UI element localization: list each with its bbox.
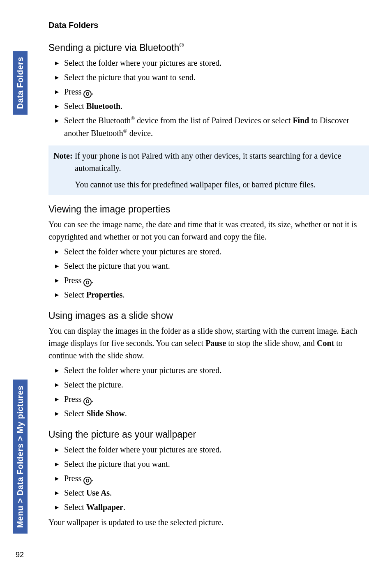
text: . [110, 488, 112, 497]
text: Select [64, 290, 86, 299]
page-content: Data Folders Sending a picture via Bluet… [48, 21, 369, 531]
list-item: Select Use As. [55, 487, 369, 499]
list-item: Select the folder where your pictures ar… [55, 364, 369, 377]
text: Select [64, 503, 86, 512]
text: . [92, 87, 94, 96]
bold: Properties [86, 290, 123, 299]
note-line: Note: If your phone is not Paired with a… [75, 150, 364, 174]
text: Select the Bluetooth [64, 116, 131, 125]
section3-intro: You can display the images in the folder… [48, 325, 369, 362]
text: Select the picture. [64, 380, 123, 389]
list-item: Select the folder where your pictures ar… [55, 245, 369, 258]
note-label: Note: [53, 151, 73, 160]
text: Select the picture that you want. [64, 459, 170, 468]
text: Press [64, 87, 83, 96]
text: Select the folder where your pictures ar… [64, 366, 221, 375]
text: device from the list of Paired Devices o… [135, 116, 293, 125]
bold: Find [293, 116, 309, 125]
text: to stop the slide show, and [226, 339, 317, 348]
text: If your phone is not Paired with any oth… [73, 151, 341, 173]
list-item: Press . [55, 472, 369, 485]
section-title-bluetooth: Sending a picture via Bluetooth® [48, 42, 369, 53]
center-key-icon [83, 397, 92, 406]
bold: Slide Show [86, 409, 125, 418]
section1-list: Select the folder where your pictures ar… [55, 57, 369, 140]
section4-outro: Your wallpaper is updated to use the sel… [48, 516, 369, 528]
list-item: Press . [55, 393, 369, 406]
list-item: Select the folder where your pictures ar… [55, 57, 369, 69]
text: Select the folder where your pictures ar… [64, 58, 221, 67]
text: Press [64, 394, 83, 404]
text: . [92, 276, 94, 285]
list-item: Select the picture that you want. [55, 260, 369, 272]
bold: Pause [205, 339, 226, 348]
text: Select [64, 409, 86, 418]
text: . [92, 474, 94, 483]
center-key-icon [83, 279, 92, 287]
registered-icon: ® [179, 42, 184, 48]
section-title-properties: Viewing the image properties [48, 204, 369, 215]
text: Press [64, 276, 83, 285]
list-item: Select the picture. [55, 378, 369, 391]
list-item: Select the folder where your pictures ar… [55, 443, 369, 456]
note-box: Note: If your phone is not Paired with a… [48, 145, 369, 195]
center-key-icon [83, 477, 92, 485]
text: Select the folder where your pictures ar… [64, 445, 221, 454]
text: Select [64, 488, 86, 497]
text: Press [64, 474, 83, 483]
section-title-slideshow: Using images as a slide show [48, 310, 369, 321]
text: . [92, 394, 94, 404]
bold: Cont [317, 339, 334, 348]
text: Select the picture that you want. [64, 261, 170, 270]
text: device. [127, 129, 153, 138]
bold: Wallpaper [86, 503, 123, 512]
list-item: Select Properties. [55, 288, 369, 301]
list-item: Select Bluetooth. [55, 100, 369, 113]
section1-title-pre: Sending a picture via Bluetooth [48, 42, 179, 53]
registered-icon: ® [123, 128, 127, 134]
list-item: Select the picture that you want. [55, 458, 369, 471]
section2-list: Select the folder where your pictures ar… [55, 245, 369, 301]
page-header: Data Folders [48, 21, 369, 30]
text: . [120, 101, 122, 111]
center-key-icon [83, 90, 92, 98]
text: Select [64, 101, 86, 111]
list-item: Select Slide Show. [55, 407, 369, 420]
bold: Bluetooth [86, 101, 120, 111]
registered-icon: ® [131, 115, 135, 121]
list-item: Select the Bluetooth® device from the li… [55, 114, 369, 140]
list-item: Select Wallpaper. [55, 501, 369, 514]
side-tab-section: Data Folders [13, 51, 28, 115]
text: . [125, 409, 127, 418]
text: Select the picture that you want to send… [64, 73, 196, 82]
list-item: Press . [55, 274, 369, 287]
bold: Use As [86, 488, 110, 497]
section2-intro: You can see the image name, the date and… [48, 218, 369, 243]
section4-list: Select the folder where your pictures ar… [55, 443, 369, 514]
section-title-wallpaper: Using the picture as your wallpaper [48, 429, 369, 440]
list-item: Select the picture that you want to send… [55, 71, 369, 84]
list-item: Press . [55, 85, 369, 98]
note-line: You cannot use this for predefined wallp… [75, 178, 364, 191]
text: . [122, 290, 125, 299]
text: . [123, 503, 125, 512]
side-tab-breadcrumb: Menu > Data Folders > My pictures [13, 380, 28, 534]
page-number: 92 [16, 551, 24, 559]
text: Select the folder where your pictures ar… [64, 247, 221, 256]
section3-list: Select the folder where your pictures ar… [55, 364, 369, 420]
